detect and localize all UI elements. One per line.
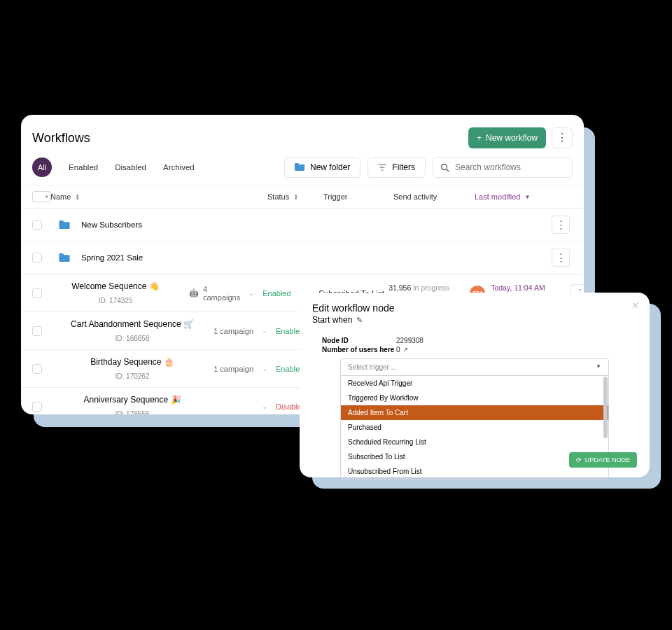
robot-icon: 🤖 (189, 288, 199, 298)
row-checkbox[interactable] (32, 253, 42, 262)
chevron-down-icon: ▼ (524, 194, 530, 200)
users-label: Number of users here (322, 346, 396, 354)
workflow-id: ID: 170262 (115, 372, 150, 380)
svg-line-1 (447, 169, 449, 172)
column-modified[interactable]: Last modified ▼ (475, 192, 575, 201)
modal-subtitle: Start when (312, 315, 352, 325)
row-checkbox[interactable] (32, 326, 42, 336)
row-menu-button[interactable]: ⋮ (552, 248, 570, 267)
row-menu-button[interactable]: ⋮ (552, 216, 570, 234)
refresh-icon: ⟳ (576, 456, 582, 463)
folder-name: New Subscribers (81, 220, 142, 229)
tab-all[interactable]: All (32, 158, 52, 177)
folder-icon (59, 220, 70, 230)
row-checkbox[interactable] (32, 402, 42, 412)
workflow-name: Anniversary Sequence 🎉 (83, 395, 181, 405)
trigger-option[interactable]: Unsubscribed From List (341, 464, 608, 479)
folder-name: Spring 2021 Sale (81, 253, 143, 262)
status-badge: Enabled (262, 289, 290, 298)
scrollbar-thumb[interactable] (603, 377, 608, 438)
workflow-name: Birthday Sequence 🎂 (90, 357, 174, 367)
chevron-down-icon[interactable]: ⌄ (244, 289, 258, 297)
trigger-option[interactable]: Purchased (341, 420, 608, 435)
workflow-id: ID: 178555 (115, 410, 150, 414)
plus-icon: + (477, 133, 482, 143)
svg-point-0 (442, 164, 447, 169)
workflow-id: ID: 174325 (99, 297, 133, 304)
row-checkbox[interactable] (32, 364, 42, 374)
node-id-label: Node ID (322, 337, 396, 344)
filters-label: Filters (392, 162, 415, 172)
trigger-option[interactable]: Scheduled Recurring List (341, 435, 608, 449)
external-link-icon: ↗ (403, 346, 408, 353)
update-node-button[interactable]: ⟳ UPDATE NODE (569, 452, 637, 468)
new-workflow-label: New workflow (486, 133, 538, 143)
page-title: Workflows (32, 131, 90, 146)
column-status[interactable]: Status ▲▼ (267, 192, 323, 201)
update-node-label: UPDATE NODE (585, 456, 630, 463)
kebab-icon: ⋮ (556, 218, 566, 231)
search-input[interactable] (455, 162, 565, 172)
tab-bar: All Enabled Disabled Archived (32, 158, 203, 177)
campaigns-count: 1 campaign ⌄ (206, 365, 276, 373)
campaigns-count: 1 campaign ⌄ (206, 327, 276, 335)
workflow-name: Welcome Sequence 👋 (71, 281, 160, 291)
table-header: ▾ Name ▲▼ Status ▲▼ Trigger Send activit… (21, 185, 584, 209)
new-workflow-button[interactable]: + New workflow (468, 127, 546, 148)
campaigns-count: 🤖 4 campaigns ⌄ (189, 285, 262, 302)
chevron-down-icon[interactable]: ⌄ (258, 402, 272, 410)
workflow-id: ID: 166658 (115, 335, 150, 342)
search-box[interactable] (433, 157, 573, 178)
trigger-option[interactable]: Triggered By Workflow (341, 391, 608, 405)
new-folder-button[interactable]: New folder (284, 157, 360, 178)
sort-icon: ▲▼ (75, 193, 80, 200)
chevron-down-icon[interactable]: ⌄ (258, 327, 272, 335)
filters-button[interactable]: Filters (368, 157, 426, 178)
kebab-icon: ⋮ (556, 251, 566, 264)
tab-enabled[interactable]: Enabled (60, 159, 106, 176)
overflow-menu-button[interactable]: ⋮ (552, 127, 573, 148)
trigger-option[interactable]: Received Api Trigger (341, 376, 608, 391)
select-all-checkbox[interactable]: ▾ (32, 191, 50, 202)
search-icon (440, 163, 449, 172)
column-trigger: Trigger (323, 192, 393, 201)
tab-disabled[interactable]: Disabled (106, 159, 155, 176)
edit-icon[interactable]: ✎ (356, 316, 363, 325)
column-name[interactable]: Name ▲▼ (50, 192, 197, 201)
folder-icon (295, 163, 304, 172)
chevron-down-icon: ▼ (596, 363, 601, 371)
edit-node-modal: ✕ Edit workflow node Start when ✎ Node I… (300, 293, 650, 477)
trigger-option[interactable]: Added Item To Cart (341, 405, 608, 420)
new-folder-label: New folder (310, 162, 350, 172)
users-value[interactable]: 0 ↗ (396, 346, 408, 354)
column-activity: Send activity (393, 192, 475, 201)
row-checkbox[interactable] (32, 220, 42, 230)
tab-archived[interactable]: Archived (155, 159, 203, 176)
folder-row[interactable]: Spring 2021 Sale ⋮ (21, 241, 584, 274)
workflow-name: Cart Abandonment Sequence 🛒 (71, 319, 194, 329)
folder-row[interactable]: New Subscribers ⋮ (21, 209, 584, 241)
select-placeholder: Select trigger ... (348, 363, 397, 371)
row-checkbox[interactable] (32, 288, 42, 298)
campaigns-count: ⌄ (206, 402, 276, 410)
modal-title: Edit workflow node (312, 302, 637, 314)
filter-icon (378, 164, 386, 171)
chevron-down-icon[interactable]: ⌄ (258, 365, 272, 372)
close-button[interactable]: ✕ (631, 300, 640, 311)
close-icon: ✕ (631, 300, 640, 311)
node-id-value: 2299308 (396, 337, 424, 344)
trigger-option[interactable]: Subscribed To List (341, 449, 608, 464)
chevron-down-icon: ▾ (46, 194, 48, 200)
kebab-icon: ⋮ (556, 132, 568, 144)
folder-icon (59, 253, 70, 262)
sort-icon: ▲▼ (293, 193, 298, 200)
